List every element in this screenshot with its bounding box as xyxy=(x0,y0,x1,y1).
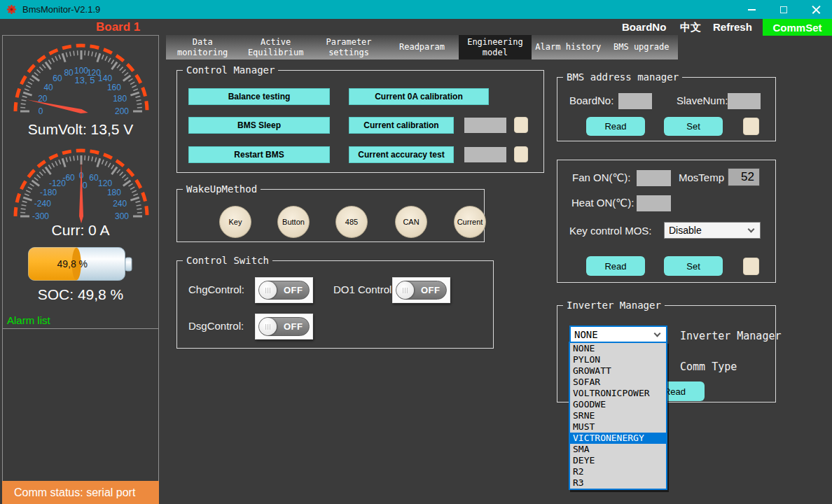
wakeup-button-button[interactable]: Button xyxy=(277,206,310,238)
comm-type-label: Comm Type xyxy=(680,360,737,373)
wakeup-key-button[interactable]: Key xyxy=(219,206,251,238)
maximize-icon xyxy=(780,6,787,13)
option-voltronicpower[interactable]: VOLTRONICPOWER xyxy=(570,388,666,399)
option-goodwe[interactable]: GOODWE xyxy=(570,399,666,410)
heat-on-input[interactable] xyxy=(637,195,671,211)
soc-caption: SOC: 49,8 % xyxy=(3,286,158,303)
current-accuracy-test-button[interactable]: Current accuracy test xyxy=(349,146,454,163)
tab-bar: Data monitoringActive EquilibriumParamet… xyxy=(166,35,678,59)
titlebar: BmsMonitor-V2.1.9 xyxy=(0,0,832,19)
tab-active-equilibrium[interactable]: Active Equilibrium xyxy=(239,35,312,59)
key-control-mos-select[interactable]: Disable xyxy=(664,222,761,239)
bms-address-set-button[interactable]: Set xyxy=(664,117,723,136)
toggle-knob xyxy=(259,281,277,299)
temp-status-button[interactable] xyxy=(743,258,759,275)
current-calibration-input[interactable] xyxy=(464,118,506,133)
tab-parameter-settings[interactable]: Parameter settings xyxy=(312,35,385,59)
inverter-manager-title: Inverter Manager xyxy=(563,300,665,311)
wakeup-can-button[interactable]: CAN xyxy=(395,206,427,238)
svg-text:0: 0 xyxy=(82,180,87,190)
close-icon xyxy=(812,5,821,14)
alarm-list-box[interactable] xyxy=(2,328,159,482)
temp-read-button[interactable]: Read xyxy=(586,256,645,276)
balance-testing-button[interactable]: Balance testing xyxy=(188,88,330,105)
option-deye[interactable]: DEYE xyxy=(570,455,666,466)
control-manager-title: Control Manager xyxy=(183,64,278,76)
current-accuracy-input[interactable] xyxy=(464,147,506,162)
temp-set-button[interactable]: Set xyxy=(664,256,723,276)
option-pylon[interactable]: PYLON xyxy=(570,354,666,365)
voltage-gauge: 02040608010012014016018020013, 5 xyxy=(3,41,160,120)
inverter-manager-caption: Inverter Manager xyxy=(680,330,782,342)
tab-bms-upgrade[interactable]: BMS upgrade xyxy=(605,35,678,59)
maximize-button[interactable] xyxy=(768,0,800,19)
board-number-label: Board 1 xyxy=(96,20,140,34)
option-r3[interactable]: R3 xyxy=(570,477,666,489)
svg-text:60: 60 xyxy=(53,74,62,83)
do1control-toggle[interactable]: OFF xyxy=(392,277,450,303)
boardno-field-label: BoardNo: xyxy=(569,94,613,106)
current-accuracy-confirm-button[interactable] xyxy=(514,146,528,162)
option-srne[interactable]: SRNE xyxy=(570,410,666,421)
chevron-down-icon xyxy=(748,226,755,233)
option-victronenergy[interactable]: VICTRONENERGY xyxy=(570,433,666,444)
chgcontrol-toggle[interactable]: OFF xyxy=(255,277,313,303)
svg-text:240: 240 xyxy=(113,199,127,209)
key-control-mos-label: Key control MOS: xyxy=(569,225,652,237)
refresh-button[interactable]: Refresh xyxy=(713,21,752,33)
svg-text:-60: -60 xyxy=(62,173,75,183)
current-calibration-confirm-button[interactable] xyxy=(514,117,528,133)
option-none[interactable]: NONE xyxy=(570,343,666,354)
alarm-list-label: Alarm list xyxy=(7,314,50,326)
tab-alarm-history[interactable]: Alarm history xyxy=(532,35,604,59)
option-r2[interactable]: R2 xyxy=(570,466,666,477)
sumvolt-caption: SumVolt: 13,5 V xyxy=(3,121,158,138)
svg-text:0: 0 xyxy=(39,106,43,116)
mostemp-value: 52 xyxy=(728,168,760,186)
tab-readparam[interactable]: Readparam xyxy=(385,35,458,59)
app-window: BmsMonitor-V2.1.9 Board 1 BoardNo 中文 Ref… xyxy=(0,0,832,504)
svg-text:40: 40 xyxy=(43,83,53,92)
current-0a-calibration-button[interactable]: Current 0A calibration xyxy=(349,88,489,105)
close-button[interactable] xyxy=(800,0,832,19)
mostemp-label: MosTemp xyxy=(679,172,724,183)
key-control-mos-value: Disable xyxy=(665,225,749,236)
tab-engineering-model[interactable]: Engineering model xyxy=(459,35,532,59)
wakeup-method-title: WakeUpMethod xyxy=(183,183,261,195)
control-switch-title: Control Switch xyxy=(183,255,272,266)
inverter-protocol-combobox[interactable]: NONE xyxy=(569,326,667,343)
bms-sleep-button[interactable]: BMS Sleep xyxy=(188,117,330,134)
option-sma[interactable]: SMA xyxy=(570,444,666,455)
current-calibration-button[interactable]: Current calibration xyxy=(349,117,454,134)
bms-address-manager-group: BMS address manager BoardNo: SlaveNum: R… xyxy=(557,77,776,141)
control-switch-group: Control Switch ChgControl: OFF DO1 Contr… xyxy=(176,260,494,349)
fan-on-input[interactable] xyxy=(637,170,671,186)
wakeup-method-group: WakeUpMethod KeyButton485CANCurrent xyxy=(176,189,485,242)
bms-address-manager-title: BMS address manager xyxy=(563,71,682,83)
bms-address-status-button[interactable] xyxy=(743,118,759,135)
option-must[interactable]: MUST xyxy=(570,421,666,433)
dsgcontrol-toggle[interactable]: OFF xyxy=(255,314,313,340)
option-sofar[interactable]: SOFAR xyxy=(570,377,666,388)
commset-button[interactable]: CommSet xyxy=(763,19,832,36)
svg-text:300: 300 xyxy=(115,211,129,221)
option-growatt[interactable]: GROWATT xyxy=(570,365,666,377)
current-caption: Curr: 0 A xyxy=(3,222,158,239)
boardno-input[interactable] xyxy=(618,93,652,109)
language-toggle-button[interactable]: 中文 xyxy=(680,21,701,34)
slavenum-input[interactable] xyxy=(728,93,761,109)
app-logo-icon xyxy=(6,4,17,15)
svg-text:180: 180 xyxy=(113,94,127,104)
minimize-button[interactable] xyxy=(735,0,768,19)
boardno-button[interactable]: BoardNo xyxy=(622,21,666,33)
svg-text:-180: -180 xyxy=(40,188,57,197)
do1control-state: OFF xyxy=(421,285,441,295)
svg-text:60: 60 xyxy=(89,173,99,183)
wakeup-485-button[interactable]: 485 xyxy=(335,206,368,238)
wakeup-current-button[interactable]: Current xyxy=(454,206,486,238)
tab-data-monitoring[interactable]: Data monitoring xyxy=(166,35,239,59)
bms-address-read-button[interactable]: Read xyxy=(586,117,645,136)
inverter-protocol-dropdown-list: NONEPYLONGROWATTSOFARVOLTRONICPOWERGOODW… xyxy=(569,342,667,490)
restart-bms-button[interactable]: Restart BMS xyxy=(188,146,330,163)
svg-text:200: 200 xyxy=(115,106,129,116)
